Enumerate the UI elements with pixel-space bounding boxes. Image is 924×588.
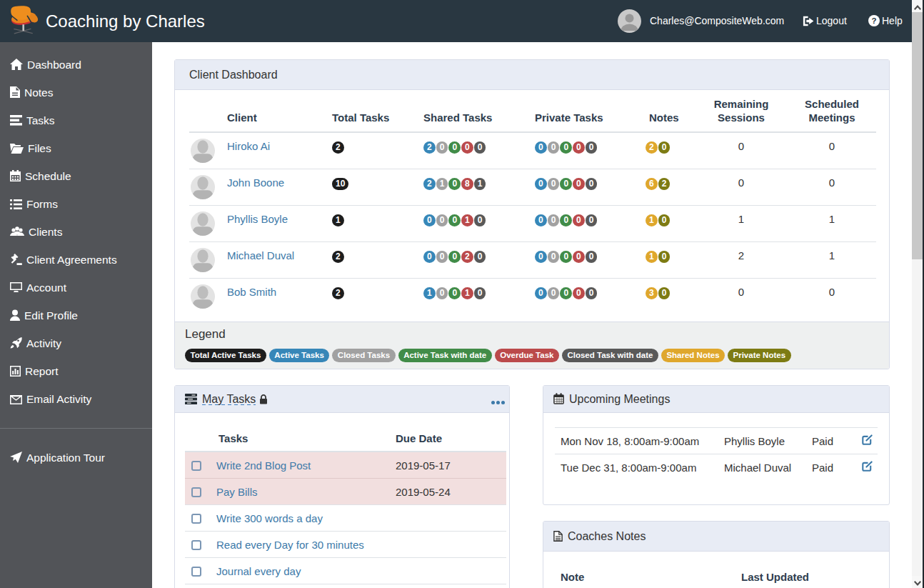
svg-text:?: ?	[871, 16, 876, 25]
